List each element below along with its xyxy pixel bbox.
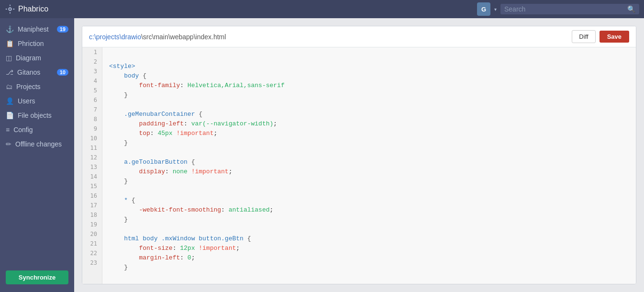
editor-header: c:\projects\drawio\src\main\webapp\index… <box>82 26 636 47</box>
code-line-16: -webkit-font-smoothing: antialiased; <box>109 205 636 215</box>
editor-actions: Diff Save <box>572 30 629 43</box>
code-line-17: } <box>109 215 636 225</box>
gitanos-badge: 10 <box>57 69 68 76</box>
main-content: c:\projects\drawio\src\main\webapp\index… <box>74 18 644 292</box>
line-number-8: 8 <box>82 114 102 124</box>
app-logo[interactable]: Phabrico <box>5 4 48 14</box>
user-avatar[interactable]: G <box>477 2 490 16</box>
code-line-2: body { <box>109 71 636 81</box>
sidebar-items: ⚓Maniphest19📋Phriction◫Diagram⎇Gitanos10… <box>0 22 74 151</box>
sidebar-item-offline-changes[interactable]: ✏Offline changes <box>0 137 74 151</box>
sidebar: ⚓Maniphest19📋Phriction◫Diagram⎇Gitanos10… <box>0 18 74 292</box>
code-line-7: padding-left: var(--navigator-width); <box>109 119 636 129</box>
editor-card: c:\projects\drawio\src\main\webapp\index… <box>82 26 636 284</box>
line-number-10: 10 <box>82 134 102 143</box>
sidebar-item-maniphest-label: Maniphest <box>18 25 49 33</box>
maniphest-icon: ⚓ <box>6 25 14 33</box>
code-editor[interactable]: 1234567891011121314151617181920212223 <s… <box>82 47 636 284</box>
code-line-15: * { <box>109 196 636 205</box>
save-button[interactable]: Save <box>600 31 629 43</box>
sidebar-item-gitanos[interactable]: ⎇Gitanos10 <box>0 65 74 79</box>
line-number-18: 18 <box>82 210 102 220</box>
search-input[interactable] <box>504 5 624 13</box>
line-number-12: 12 <box>82 153 102 162</box>
code-line-19: html body .mxWindow button.geBtn { <box>109 234 636 244</box>
sidebar-item-users[interactable]: 👤Users <box>0 94 74 108</box>
line-number-23: 23 <box>82 258 102 268</box>
layout: ⚓Maniphest19📋Phriction◫Diagram⎇Gitanos10… <box>0 18 644 292</box>
line-number-22: 22 <box>82 248 102 258</box>
sidebar-item-projects[interactable]: 🗂Projects <box>0 79 74 94</box>
sidebar-item-file-objects[interactable]: 📄File objects <box>0 108 74 123</box>
file-path-rest: \src\main\webapp\index.html <box>141 33 226 41</box>
diff-button[interactable]: Diff <box>572 30 595 43</box>
line-number-15: 15 <box>82 181 102 191</box>
sidebar-item-users-label: Users <box>18 97 35 105</box>
code-line-3: font-family: Helvetica,Arial,sans-serif <box>109 81 636 90</box>
svg-point-0 <box>9 8 11 11</box>
line-number-13: 13 <box>82 162 102 172</box>
code-line-8: top: 45px !important; <box>109 129 636 138</box>
sidebar-item-gitanos-label: Gitanos <box>17 68 40 76</box>
sidebar-item-file-objects-label: File objects <box>18 112 52 119</box>
line-number-17: 17 <box>82 201 102 210</box>
code-line-1: <style> <box>109 62 636 71</box>
code-line-9: } <box>109 138 636 148</box>
code-line-10 <box>109 148 636 157</box>
sidebar-item-config[interactable]: ≡Config <box>0 123 74 137</box>
users-icon: 👤 <box>6 97 14 105</box>
sidebar-item-maniphest[interactable]: ⚓Maniphest19 <box>0 22 74 36</box>
offline-changes-icon: ✏ <box>6 140 11 148</box>
file-path-link[interactable]: c:\projects\drawio <box>89 33 141 41</box>
line-number-6: 6 <box>82 95 102 105</box>
line-numbers: 1234567891011121314151617181920212223 <box>82 47 102 284</box>
line-number-11: 11 <box>82 143 102 153</box>
line-number-14: 14 <box>82 172 102 181</box>
line-number-9: 9 <box>82 124 102 134</box>
app-name: Phabrico <box>18 5 48 13</box>
phriction-icon: 📋 <box>6 40 14 47</box>
logo-icon <box>5 4 15 14</box>
code-line-21: margin-left: 0; <box>109 253 636 263</box>
sidebar-item-diagram[interactable]: ◫Diagram <box>0 51 74 65</box>
line-number-19: 19 <box>82 220 102 229</box>
code-line-4: } <box>109 90 636 100</box>
sidebar-item-config-label: Config <box>13 126 33 134</box>
sidebar-item-phriction[interactable]: 📋Phriction <box>0 36 74 51</box>
sidebar-item-projects-label: Projects <box>16 83 41 90</box>
code-line-12: display: none !important; <box>109 167 636 177</box>
diagram-icon: ◫ <box>6 54 12 62</box>
line-number-20: 20 <box>82 229 102 239</box>
line-number-5: 5 <box>82 86 102 95</box>
sidebar-bottom: Synchronize <box>0 266 74 292</box>
sidebar-item-diagram-label: Diagram <box>16 54 41 62</box>
code-line-20: font-size: 12px !important; <box>109 244 636 253</box>
user-menu-chevron[interactable]: ▾ <box>494 7 497 12</box>
line-number-21: 21 <box>82 239 102 248</box>
search-container: 🔍 <box>500 4 639 14</box>
search-icon: 🔍 <box>627 5 635 13</box>
projects-icon: 🗂 <box>6 83 12 90</box>
sidebar-item-offline-changes-label: Offline changes <box>15 140 62 148</box>
code-line-13: } <box>109 177 636 186</box>
code-line-18 <box>109 225 636 234</box>
line-number-1: 1 <box>82 47 102 57</box>
line-number-3: 3 <box>82 67 102 76</box>
file-objects-icon: 📄 <box>6 112 14 119</box>
code-line-5 <box>109 100 636 110</box>
synchronize-button[interactable]: Synchronize <box>6 270 68 284</box>
code-line-22: } <box>109 263 636 272</box>
gitanos-icon: ⎇ <box>6 68 13 76</box>
line-number-7: 7 <box>82 105 102 114</box>
line-number-16: 16 <box>82 191 102 201</box>
sidebar-item-phriction-label: Phriction <box>18 40 44 47</box>
code-line-6: .geMenubarContainer { <box>109 110 636 119</box>
line-number-2: 2 <box>82 57 102 67</box>
file-path: c:\projects\drawio\src\main\webapp\index… <box>89 33 572 41</box>
code-line-23 <box>109 272 636 282</box>
code-lines: <style> body { font-family: Helvetica,Ar… <box>102 47 636 284</box>
code-line-11: a.geToolbarButton { <box>109 157 636 167</box>
maniphest-badge: 19 <box>57 26 68 33</box>
code-line-14 <box>109 186 636 196</box>
line-number-4: 4 <box>82 76 102 86</box>
